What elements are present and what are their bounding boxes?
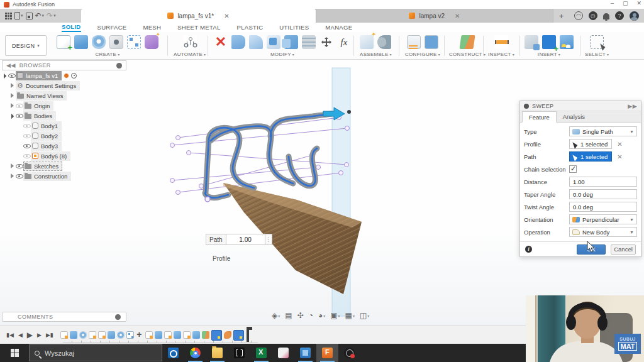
save-icon[interactable] [26, 13, 33, 19]
clear-profile-icon[interactable]: ✕ [617, 141, 622, 148]
ribbon-tab-plastic[interactable]: PLASTIC [237, 24, 264, 31]
timeline-feature-revolve[interactable] [117, 331, 125, 339]
hole-icon[interactable] [109, 35, 123, 49]
taskbar-excel[interactable] [250, 344, 272, 362]
combine-icon[interactable] [284, 35, 298, 49]
start-button[interactable] [0, 344, 29, 362]
clock-history-icon[interactable]: ◷ [589, 11, 597, 20]
profile-marker[interactable] [205, 197, 210, 202]
sweep-dialog-header[interactable]: SWEEP ▶▶ [520, 101, 641, 111]
fillet-icon[interactable] [249, 35, 263, 49]
step-forward-icon[interactable]: ▶ [37, 332, 42, 338]
ribbon-tab-surface[interactable]: SURFACE [97, 24, 127, 31]
timeline-feature-extrude[interactable] [108, 331, 115, 339]
expander-icon[interactable] [9, 163, 14, 168]
browser-item-body1[interactable]: Body1 [23, 121, 126, 131]
timeline-feature-sketch[interactable] [164, 331, 172, 339]
visibility-eye-icon[interactable] [8, 72, 16, 79]
path-distance-drag-handle[interactable]: ⋮ [265, 234, 272, 245]
change-parameters-icon[interactable]: fx [337, 35, 351, 49]
timeline-feature-plane[interactable] [202, 331, 209, 339]
insert-canvas-icon[interactable] [560, 35, 574, 49]
pan-icon[interactable]: ✣ [297, 311, 304, 320]
app-grid-icon[interactable] [5, 13, 12, 19]
automate-icon[interactable] [183, 35, 197, 49]
path-distance-input[interactable]: 1.00 [226, 234, 265, 245]
activate-component-radio[interactable] [71, 73, 77, 79]
timeline-feature-move[interactable] [136, 331, 143, 339]
ribbon-tab-sheetmetal[interactable]: SHEET METAL [177, 24, 220, 31]
timeline-feature-revolve[interactable] [79, 331, 87, 339]
timeline-feature-sketch[interactable] [183, 331, 191, 339]
expander-icon[interactable] [9, 83, 14, 88]
visibility-eye-icon[interactable] [23, 143, 31, 149]
timeline-feature-sketch[interactable] [98, 331, 106, 339]
insert-derive-icon[interactable] [525, 35, 538, 49]
taskbar-outlook[interactable] [162, 344, 184, 362]
expander-icon[interactable] [9, 93, 14, 98]
timeline-feature-extrude[interactable] [174, 331, 181, 339]
taskbar-search-input[interactable]: Wyszukaj [29, 344, 162, 361]
shell-icon[interactable] [302, 35, 316, 49]
timeline-feature-extrude-sel[interactable] [211, 330, 222, 341]
info-icon[interactable]: i [525, 246, 532, 253]
taskbar-snipping-tool[interactable] [228, 344, 250, 362]
look-at-icon[interactable]: ▤ [285, 311, 292, 320]
distance-input[interactable]: 1.00 [569, 177, 637, 187]
configuration-table-icon[interactable] [425, 35, 438, 49]
browser-item-body3[interactable]: Body3 [23, 141, 126, 151]
close-tab-icon[interactable]: ✕ [224, 13, 229, 19]
job-status-icon[interactable]: ◠ [574, 11, 583, 20]
user-avatar[interactable] [630, 11, 639, 21]
tab-feature[interactable]: Feature [522, 111, 557, 123]
select-tool-icon[interactable] [590, 35, 604, 49]
timeline-feature-sketch[interactable] [89, 331, 96, 339]
browser-item-body6[interactable]: Body6 (8) [23, 151, 126, 162]
grid-settings-icon[interactable]: ▦▾ [345, 311, 355, 320]
design-workspace-dropdown[interactable]: DESIGN [5, 35, 47, 56]
visibility-eye-icon[interactable] [16, 163, 23, 169]
close-tab-icon[interactable]: ✕ [455, 13, 460, 19]
browser-item-root[interactable]: lampa_fs v1 [2, 71, 126, 81]
step-back-icon[interactable]: ◀ [18, 332, 23, 338]
delete-icon[interactable]: ✕ [214, 35, 228, 49]
browser-item-body2[interactable]: Body2 [23, 131, 126, 141]
orbit-icon[interactable]: ◈▾ [272, 311, 280, 320]
move-copy-icon[interactable] [319, 35, 333, 49]
taper-angle-input[interactable]: 0.0 deg [569, 189, 637, 199]
ribbon-tab-manage[interactable]: MANAGE [325, 24, 352, 31]
go-to-end-icon[interactable]: ▶▮ [46, 332, 53, 338]
pattern-icon[interactable] [127, 35, 141, 49]
revolve-icon[interactable] [92, 35, 106, 49]
close-window-button[interactable]: ✕ [636, 0, 641, 6]
help-icon[interactable]: ? [615, 11, 624, 20]
cancel-button[interactable]: Cancel [611, 244, 636, 255]
visibility-eye-icon[interactable] [16, 112, 23, 119]
timeline-position-marker[interactable] [247, 328, 249, 342]
timeline-feature-sketch[interactable] [60, 331, 68, 339]
ribbon-tab-utilities[interactable]: UTILITIES [279, 24, 309, 31]
fit-icon[interactable]: ◕▾ [318, 311, 325, 320]
dialog-collapse-icon[interactable]: ▶▶ [628, 103, 637, 109]
visibility-eye-icon[interactable] [23, 123, 31, 129]
inspect-group-label[interactable]: INSPECT [488, 52, 514, 57]
press-pull-icon[interactable] [231, 35, 245, 49]
expander-icon[interactable] [9, 103, 14, 108]
assemble-group-label[interactable]: ASSEMBLE [360, 52, 392, 57]
timeline-feature-sweep[interactable] [224, 331, 231, 339]
collapse-browser-icon[interactable]: ◀◀ [6, 62, 16, 69]
create-form-icon[interactable] [145, 35, 158, 49]
timeline-feature-extrude[interactable] [155, 331, 162, 339]
tab-analysis[interactable]: Analysis [557, 111, 591, 122]
automate-group-label[interactable]: AUTOMATE [174, 52, 206, 57]
taskbar-fusion-360[interactable] [316, 344, 338, 362]
viewports-icon[interactable]: ◫▾ [360, 311, 369, 320]
new-component-icon[interactable] [360, 35, 374, 49]
browser-filter-icon[interactable] [116, 63, 122, 69]
minimize-button[interactable]: – [611, 0, 614, 6]
configure-group-label[interactable]: CONFIGURE [405, 52, 440, 57]
timeline-feature-sel[interactable] [233, 330, 244, 341]
comments-bar[interactable]: COMMENTS [2, 312, 126, 322]
timeline-feature-extrude[interactable] [192, 331, 200, 339]
ribbon-tab-mesh[interactable]: MESH [143, 24, 162, 31]
